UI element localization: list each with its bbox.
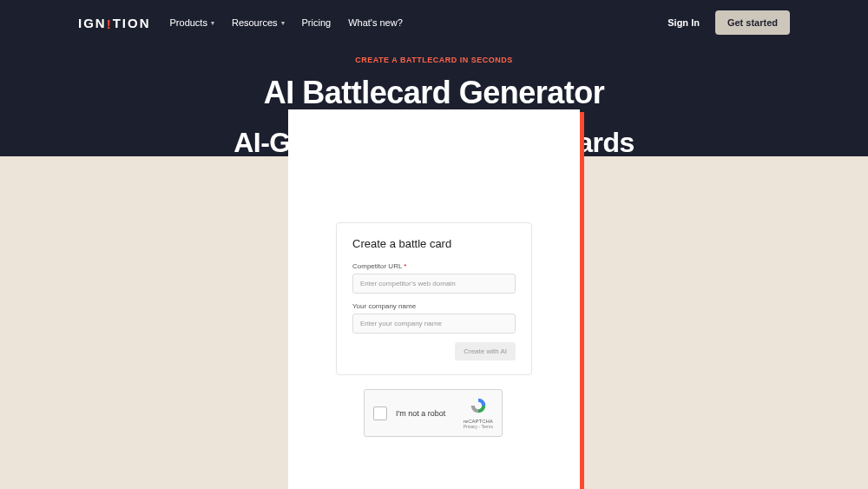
recaptcha-icon xyxy=(470,397,487,414)
eyebrow-part-1: CREATE A BATTLECARD xyxy=(355,56,457,64)
recaptcha-terms: Privacy - Terms xyxy=(464,424,493,429)
nav-resources-label: Resources xyxy=(232,17,278,28)
nav-pricing-label: Pricing xyxy=(302,17,332,28)
competitor-url-label-text: Competitor URL xyxy=(352,262,402,270)
recaptcha-branding: reCAPTCHA Privacy - Terms xyxy=(464,397,493,429)
company-name-label: Your company name xyxy=(352,302,516,310)
header-left: IGN!TION Products ▾ Resources ▾ Pricing … xyxy=(78,16,403,30)
logo-prefix: IGN xyxy=(78,16,107,30)
company-name-input[interactable] xyxy=(352,314,516,334)
nav-whatsnew-label: What's new? xyxy=(348,17,403,28)
hero-title: AI Battlecard Generator xyxy=(0,75,868,111)
logo[interactable]: IGN!TION xyxy=(78,16,151,30)
competitor-url-label: Competitor URL * xyxy=(352,262,516,270)
header: IGN!TION Products ▾ Resources ▾ Pricing … xyxy=(0,0,868,45)
required-asterisk: * xyxy=(404,262,406,270)
nav-whatsnew[interactable]: What's new? xyxy=(348,17,403,28)
chevron-down-icon: ▾ xyxy=(211,19,214,27)
recaptcha-widget: I'm not a robot reCAPTCHA Privacy - Term… xyxy=(364,389,503,437)
nav: Products ▾ Resources ▾ Pricing What's ne… xyxy=(170,17,403,28)
nav-products-label: Products xyxy=(170,17,207,28)
competitor-url-input[interactable] xyxy=(352,274,516,294)
hero-eyebrow: CREATE A BATTLECARD IN SECONDS xyxy=(0,56,868,64)
chevron-down-icon: ▾ xyxy=(281,19,285,27)
recaptcha-checkbox[interactable] xyxy=(373,406,387,420)
create-with-ai-button[interactable]: Create with AI xyxy=(455,342,516,360)
form-card: Create a battle card Competitor URL * Yo… xyxy=(288,109,580,489)
form-title: Create a battle card xyxy=(352,237,516,250)
header-right: Sign In Get started xyxy=(667,10,790,35)
recaptcha-label: I'm not a robot xyxy=(396,409,455,418)
logo-exclaim-icon: ! xyxy=(107,17,113,31)
eyebrow-part-2: IN SECONDS xyxy=(457,56,513,64)
nav-resources[interactable]: Resources ▾ xyxy=(232,17,285,28)
nav-pricing[interactable]: Pricing xyxy=(302,17,332,28)
form-box: Create a battle card Competitor URL * Yo… xyxy=(336,222,532,375)
sign-in-link[interactable]: Sign In xyxy=(667,17,700,28)
logo-suffix: TION xyxy=(113,16,151,30)
nav-products[interactable]: Products ▾ xyxy=(170,17,214,28)
card-wrapper: Create a battle card Competitor URL * Yo… xyxy=(288,109,580,489)
get-started-button[interactable]: Get started xyxy=(715,10,790,35)
